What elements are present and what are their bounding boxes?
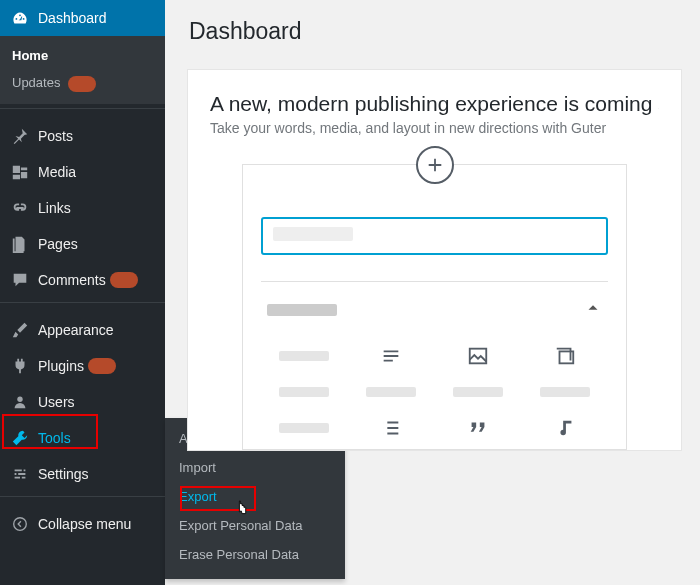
placeholder bbox=[279, 423, 329, 433]
sidebar-item-users[interactable]: Users bbox=[0, 384, 165, 420]
block-cell[interactable] bbox=[261, 345, 348, 367]
sidebar-label-posts: Posts bbox=[38, 128, 73, 144]
svg-point-1 bbox=[14, 517, 27, 530]
plugin-icon bbox=[10, 356, 30, 376]
block-gallery[interactable] bbox=[521, 345, 608, 367]
sidebar-item-dashboard[interactable]: Dashboard bbox=[0, 0, 165, 36]
sidebar-item-settings[interactable]: Settings bbox=[0, 456, 165, 492]
gutenberg-preview bbox=[242, 164, 627, 450]
media-icon bbox=[10, 162, 30, 182]
placeholder bbox=[279, 351, 329, 361]
block-cell[interactable] bbox=[348, 387, 435, 397]
block-image[interactable] bbox=[435, 345, 522, 367]
sidebar-label-users: Users bbox=[38, 394, 75, 410]
block-quote[interactable] bbox=[435, 417, 522, 439]
admin-sidebar: Dashboard Home Updates Posts Media Links… bbox=[0, 0, 165, 585]
title-input[interactable] bbox=[261, 217, 608, 255]
block-cell[interactable] bbox=[261, 417, 348, 439]
plugins-badge bbox=[88, 358, 116, 374]
svg-point-0 bbox=[17, 396, 22, 401]
main-content: Dashboard A new, modern publishing exper… bbox=[165, 0, 700, 585]
sidebar-item-plugins[interactable]: Plugins bbox=[0, 348, 165, 384]
placeholder bbox=[366, 387, 416, 397]
updates-badge bbox=[68, 76, 96, 92]
sidebar-item-appearance[interactable]: Appearance bbox=[0, 312, 165, 348]
separator bbox=[0, 496, 165, 502]
sidebar-label-links: Links bbox=[38, 200, 71, 216]
sidebar-label-plugins: Plugins bbox=[38, 358, 84, 374]
link-icon bbox=[10, 198, 30, 218]
welcome-subtitle: Take your words, media, and layout in ne… bbox=[210, 120, 659, 136]
page-title: Dashboard bbox=[165, 0, 700, 55]
block-cell[interactable] bbox=[435, 387, 522, 397]
block-row bbox=[261, 377, 608, 407]
block-cell[interactable] bbox=[261, 387, 348, 397]
gallery-icon bbox=[554, 345, 576, 367]
sidebar-label-appearance: Appearance bbox=[38, 322, 114, 338]
block-audio[interactable] bbox=[521, 417, 608, 439]
comments-icon bbox=[10, 270, 30, 290]
quote-icon bbox=[467, 417, 489, 439]
audio-icon bbox=[554, 417, 576, 439]
sidebar-subitem-home[interactable]: Home bbox=[0, 42, 165, 69]
comments-badge bbox=[110, 272, 138, 288]
settings-icon bbox=[10, 464, 30, 484]
add-block-button[interactable] bbox=[416, 146, 454, 184]
brush-icon bbox=[10, 320, 30, 340]
chevron-up-icon bbox=[584, 298, 602, 321]
collapse-icon bbox=[10, 514, 30, 534]
paragraph-icon bbox=[380, 345, 402, 367]
sidebar-item-comments[interactable]: Comments bbox=[0, 262, 165, 298]
pin-icon bbox=[10, 126, 30, 146]
dashboard-icon bbox=[10, 8, 30, 28]
block-section-header[interactable] bbox=[261, 294, 608, 335]
sidebar-label-collapse: Collapse menu bbox=[38, 516, 131, 532]
block-list[interactable] bbox=[348, 417, 435, 439]
sidebar-item-tools[interactable]: Tools bbox=[0, 420, 165, 456]
separator bbox=[0, 302, 165, 308]
sidebar-label-dashboard: Dashboard bbox=[38, 10, 107, 26]
sidebar-label-settings: Settings bbox=[38, 466, 89, 482]
list-icon bbox=[380, 417, 402, 439]
image-icon bbox=[467, 345, 489, 367]
users-icon bbox=[10, 392, 30, 412]
placeholder bbox=[279, 387, 329, 397]
plus-icon bbox=[426, 156, 444, 174]
separator bbox=[0, 108, 165, 114]
sidebar-label-media: Media bbox=[38, 164, 76, 180]
block-paragraph[interactable] bbox=[348, 345, 435, 367]
title-placeholder bbox=[273, 227, 353, 241]
block-row bbox=[261, 335, 608, 377]
placeholder bbox=[540, 387, 590, 397]
block-section bbox=[261, 281, 608, 449]
welcome-panel: A new, modern publishing experience is c… bbox=[187, 69, 682, 451]
pages-icon bbox=[10, 234, 30, 254]
wrench-icon bbox=[10, 428, 30, 448]
sidebar-subitem-updates[interactable]: Updates bbox=[0, 69, 165, 98]
dashboard-submenu: Home Updates bbox=[0, 36, 165, 104]
sidebar-label-pages: Pages bbox=[38, 236, 78, 252]
sidebar-item-pages[interactable]: Pages bbox=[0, 226, 165, 262]
sidebar-item-media[interactable]: Media bbox=[0, 154, 165, 190]
sidebar-item-collapse[interactable]: Collapse menu bbox=[0, 506, 165, 542]
sidebar-label-tools: Tools bbox=[38, 430, 71, 446]
placeholder bbox=[453, 387, 503, 397]
updates-label: Updates bbox=[12, 75, 60, 90]
sidebar-item-links[interactable]: Links bbox=[0, 190, 165, 226]
sidebar-item-posts[interactable]: Posts bbox=[0, 118, 165, 154]
welcome-heading: A new, modern publishing experience is c… bbox=[210, 92, 659, 116]
sidebar-label-comments: Comments bbox=[38, 272, 106, 288]
block-section-label bbox=[267, 304, 337, 316]
block-cell[interactable] bbox=[521, 387, 608, 397]
block-row bbox=[261, 407, 608, 449]
